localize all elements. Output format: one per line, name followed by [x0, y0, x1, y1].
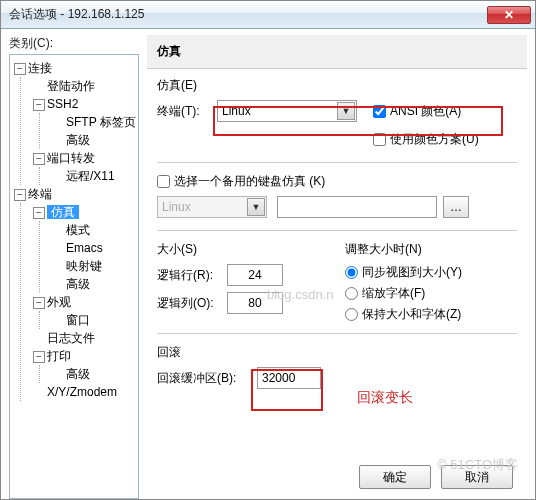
browse-button[interactable]: … — [443, 196, 469, 218]
category-label: 类别(C): — [9, 35, 139, 52]
divider — [157, 230, 517, 231]
tree-logon[interactable]: 登陆动作 — [47, 79, 95, 93]
dialog-body: 类别(C): −连接 登陆动作 −SSH2 SFTP 标签页 高级 — [1, 29, 535, 499]
terminal-label: 终端(T): — [157, 103, 217, 120]
scrollback-label: 回滚缓冲区(B): — [157, 370, 257, 387]
expand-icon[interactable]: − — [33, 297, 45, 309]
tree-xyz[interactable]: X/Y/Zmodem — [47, 385, 117, 399]
resize-scale-radio[interactable]: 缩放字体(F) — [345, 285, 517, 302]
resize-group-label: 调整大小时(N) — [345, 241, 517, 258]
dialog-buttons: 确定 取消 — [147, 457, 527, 499]
tree-emacs[interactable]: Emacs — [66, 241, 103, 255]
size-group: 大小(S) 逻辑行(R): 逻辑列(O): — [157, 241, 329, 327]
tree-portfwd[interactable]: 端口转发 — [47, 151, 95, 165]
resize-sync-radio[interactable]: 同步视图到大小(Y) — [345, 264, 517, 281]
scrollback-group-label: 回滚 — [157, 344, 517, 361]
size-columns: 大小(S) 逻辑行(R): 逻辑列(O): 调整大小时(N) 同步视图到大小(Y… — [157, 241, 517, 327]
alt-keyboard-select: Linux — [157, 196, 267, 218]
tree-emulation[interactable]: 仿真 — [47, 205, 79, 219]
left-column: 类别(C): −连接 登陆动作 −SSH2 SFTP 标签页 高级 — [9, 35, 139, 499]
tree-connection[interactable]: 连接 — [28, 61, 52, 75]
tree-print-adv[interactable]: 高级 — [66, 367, 90, 381]
ansi-label: ANSI 颜色(A) — [390, 103, 461, 120]
alt-keyboard-input[interactable] — [157, 175, 170, 188]
emu-group-label: 仿真(E) — [157, 77, 517, 94]
close-button[interactable]: ✕ — [487, 6, 531, 24]
ansi-color-input[interactable] — [373, 105, 386, 118]
tree-map[interactable]: 映射键 — [66, 259, 102, 273]
annotation-text: 回滚变长 — [357, 389, 413, 407]
alt-keyboard-group: 选择一个备用的键盘仿真 (K) Linux ▼ … — [157, 173, 517, 218]
tree-window[interactable]: 窗口 — [66, 313, 90, 327]
divider — [157, 162, 517, 163]
ansi-color-checkbox[interactable]: ANSI 颜色(A) — [373, 103, 461, 120]
expand-icon[interactable]: − — [14, 63, 26, 75]
divider — [157, 333, 517, 334]
rows-label: 逻辑行(R): — [157, 267, 227, 284]
expand-icon[interactable]: − — [33, 153, 45, 165]
window-title: 会话选项 - 192.168.1.125 — [9, 6, 485, 23]
alt-label: 选择一个备用的键盘仿真 (K) — [174, 173, 325, 190]
tree-ssh2[interactable]: SSH2 — [47, 97, 78, 111]
panel-header: 仿真 — [147, 35, 527, 69]
scrollback-input[interactable] — [257, 367, 321, 389]
alt-keyboard-path — [277, 196, 437, 218]
tree-ssh2-adv[interactable]: 高级 — [66, 133, 90, 147]
cancel-button[interactable]: 取消 — [441, 465, 513, 489]
session-options-dialog: 会话选项 - 192.168.1.125 ✕ 类别(C): −连接 登陆动作 −… — [0, 0, 536, 500]
tree-sftp[interactable]: SFTP 标签页 — [66, 115, 136, 129]
tree-logfile[interactable]: 日志文件 — [47, 331, 95, 345]
expand-icon[interactable]: − — [14, 189, 26, 201]
cols-label: 逻辑列(O): — [157, 295, 227, 312]
tree-emu-adv[interactable]: 高级 — [66, 277, 90, 291]
resize-keep-radio[interactable]: 保持大小和字体(Z) — [345, 306, 517, 323]
scheme-label: 使用颜色方案(U) — [390, 131, 479, 148]
terminal-select[interactable]: Linux — [217, 100, 357, 122]
tree-remote[interactable]: 远程/X11 — [66, 169, 115, 183]
scrollback-group: 回滚 回滚缓冲区(B): — [157, 344, 517, 389]
resize-group: 调整大小时(N) 同步视图到大小(Y) 缩放字体(F) 保持大小和字体(Z) — [345, 241, 517, 327]
rows-input[interactable] — [227, 264, 283, 286]
right-column: 仿真 仿真(E) 终端(T): Linux ▼ — [147, 35, 527, 499]
size-group-label: 大小(S) — [157, 241, 329, 258]
emulation-group: 仿真(E) 终端(T): Linux ▼ ANSI 颜色(A) — [157, 77, 517, 150]
expand-icon[interactable]: − — [33, 351, 45, 363]
tree-appearance[interactable]: 外观 — [47, 295, 71, 309]
tree-mode[interactable]: 模式 — [66, 223, 90, 237]
window-buttons: ✕ — [485, 6, 531, 24]
cols-input[interactable] — [227, 292, 283, 314]
panel-body: 仿真(E) 终端(T): Linux ▼ ANSI 颜色(A) — [147, 69, 527, 457]
color-scheme-input[interactable] — [373, 133, 386, 146]
category-tree[interactable]: −连接 登陆动作 −SSH2 SFTP 标签页 高级 −端口转发 — [9, 54, 139, 499]
color-scheme-checkbox[interactable]: 使用颜色方案(U) — [373, 131, 479, 148]
expand-icon[interactable]: − — [33, 99, 45, 111]
ok-button[interactable]: 确定 — [359, 465, 431, 489]
expand-icon[interactable]: − — [33, 207, 45, 219]
tree-terminal[interactable]: 终端 — [28, 187, 52, 201]
alt-keyboard-checkbox[interactable]: 选择一个备用的键盘仿真 (K) — [157, 173, 517, 190]
titlebar: 会话选项 - 192.168.1.125 ✕ — [1, 1, 535, 29]
tree-print[interactable]: 打印 — [47, 349, 71, 363]
